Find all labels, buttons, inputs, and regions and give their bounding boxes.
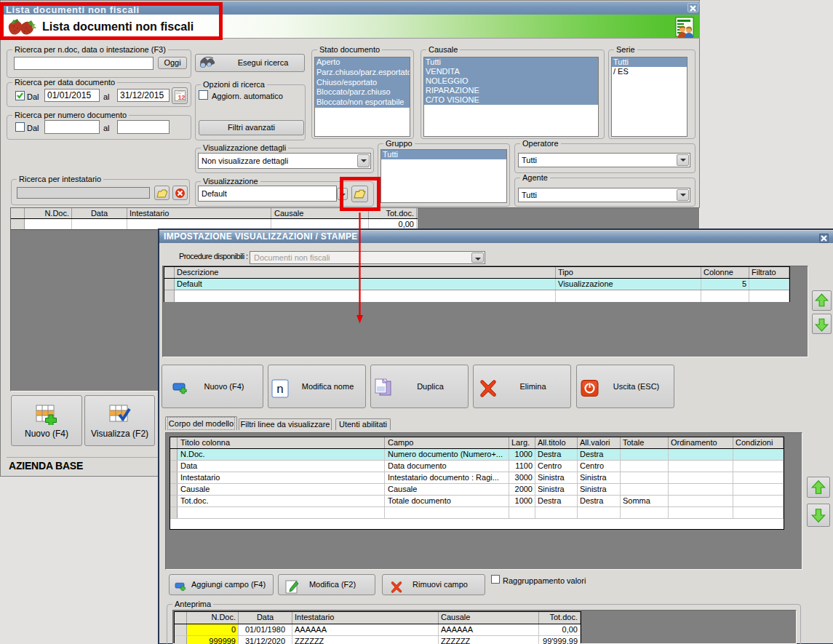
svg-text:12: 12 bbox=[178, 94, 185, 101]
svg-text:n: n bbox=[276, 382, 283, 396]
